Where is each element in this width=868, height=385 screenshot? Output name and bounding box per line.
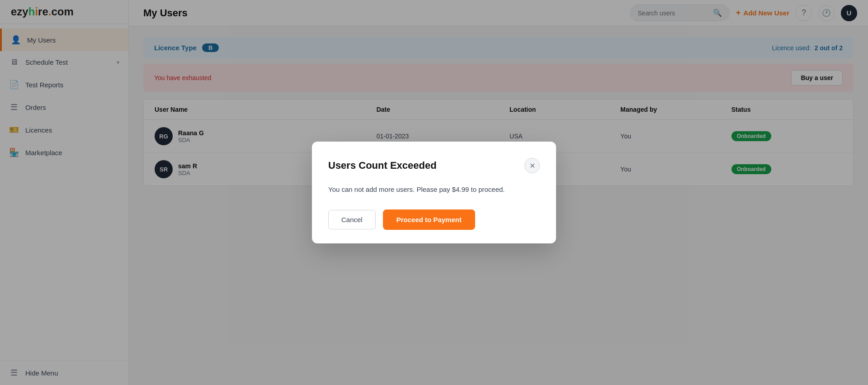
modal-body: You can not add more users. Please pay $… bbox=[328, 184, 540, 195]
modal-header: Users Count Exceeded ✕ bbox=[328, 158, 540, 173]
modal-message: You can not add more users. Please pay $… bbox=[328, 184, 540, 195]
modal-close-button[interactable]: ✕ bbox=[524, 158, 540, 173]
users-count-exceeded-modal: Users Count Exceeded ✕ You can not add m… bbox=[312, 142, 556, 243]
modal-title: Users Count Exceeded bbox=[328, 160, 437, 171]
cancel-button[interactable]: Cancel bbox=[328, 210, 376, 229]
modal-footer: Cancel Proceed to Payment bbox=[328, 209, 540, 230]
modal-overlay: Users Count Exceeded ✕ You can not add m… bbox=[0, 0, 868, 385]
proceed-to-payment-button[interactable]: Proceed to Payment bbox=[383, 209, 475, 230]
